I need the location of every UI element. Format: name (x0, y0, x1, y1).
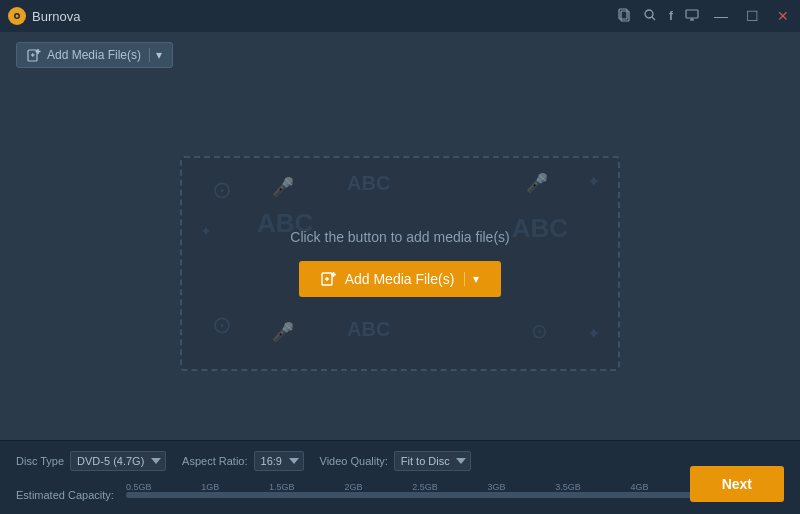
bg-abc-label-3: ABC (512, 213, 568, 244)
add-media-center-button[interactable]: Add Media File(s) ▾ (299, 261, 502, 297)
svg-line-6 (652, 17, 655, 20)
tick-4: 2.5GB (412, 482, 438, 492)
tick-6: 3.5GB (555, 482, 581, 492)
app-title: Burnova (32, 9, 80, 24)
bg-mic-icon: 🎤 (272, 176, 294, 198)
disc-type-select[interactable]: DVD-5 (4.7G) DVD-9 (8.5G) BD-25 (25G) BD… (70, 451, 166, 471)
title-bar-left: Burnova (8, 7, 80, 25)
tick-7: 4GB (631, 482, 649, 492)
bg-star-icon-2: ✦ (200, 223, 212, 239)
title-bar: Burnova f — ☐ (0, 0, 800, 32)
add-media-center-label: Add Media File(s) (345, 271, 455, 287)
bg-film-icon: ⊙ (212, 176, 232, 204)
capacity-ticks: 0.5GB 1GB 1.5GB 2GB 2.5GB 3GB 3.5GB 4GB … (126, 482, 724, 492)
aspect-ratio-group: Aspect Ratio: 16:9 4:3 (182, 451, 303, 471)
bottom-bar: Disc Type DVD-5 (4.7G) DVD-9 (8.5G) BD-2… (0, 440, 800, 514)
capacity-row: Estimated Capacity: 0.5GB 1GB 1.5GB 2GB … (16, 481, 784, 509)
drop-hint-text: Click the button to add media file(s) (290, 229, 509, 245)
close-button[interactable]: ✕ (774, 8, 792, 24)
title-bar-right: f — ☐ ✕ (617, 8, 792, 25)
bottom-controls: Disc Type DVD-5 (4.7G) DVD-9 (8.5G) BD-2… (16, 441, 784, 481)
bg-abc-label-4: ABC (347, 318, 390, 341)
add-media-toolbar-icon (27, 48, 41, 62)
disc-type-group: Disc Type DVD-5 (4.7G) DVD-9 (8.5G) BD-2… (16, 451, 166, 471)
facebook-icon[interactable]: f (669, 9, 673, 23)
tick-0: 0.5GB (126, 482, 152, 492)
bg-mic-icon-3: 🎤 (272, 321, 294, 343)
maximize-button[interactable]: ☐ (743, 8, 762, 24)
next-button[interactable]: Next (690, 466, 784, 502)
svg-rect-7 (686, 10, 698, 18)
drop-zone[interactable]: ⊙ 🎤 ABC 🎤 ✦ ✦ ABC ABC ⊙ 🎤 ABC ⊙ ✦ Click … (180, 156, 620, 371)
add-media-toolbar-label: Add Media File(s) (47, 48, 141, 62)
file-copy-icon[interactable] (617, 8, 631, 25)
bg-star-icon-3: ✦ (587, 324, 600, 343)
estimated-capacity-label: Estimated Capacity: (16, 489, 116, 501)
add-media-center-icon (321, 271, 337, 287)
video-quality-label: Video Quality: (320, 455, 388, 467)
app-logo (8, 7, 26, 25)
tick-2: 1.5GB (269, 482, 295, 492)
capacity-bar-track (126, 492, 724, 498)
video-quality-group: Video Quality: Fit to Disc High Medium L… (320, 451, 471, 471)
add-media-toolbar-button[interactable]: Add Media File(s) ▾ (16, 42, 173, 68)
video-quality-select[interactable]: Fit to Disc High Medium Low (394, 451, 471, 471)
bg-film-icon-3: ⊙ (531, 319, 548, 343)
svg-point-5 (645, 10, 653, 18)
disc-type-label: Disc Type (16, 455, 64, 467)
add-media-center-arrow: ▾ (464, 272, 479, 286)
capacity-bar-container: 0.5GB 1GB 1.5GB 2GB 2.5GB 3GB 3.5GB 4GB … (126, 492, 724, 498)
tick-5: 3GB (487, 482, 505, 492)
bg-abc-label-1: ABC (347, 172, 390, 195)
svg-point-2 (16, 15, 19, 18)
minimize-button[interactable]: — (711, 8, 731, 24)
add-media-toolbar-arrow: ▾ (149, 48, 162, 62)
bg-star-icon: ✦ (587, 172, 600, 191)
bg-film-icon-2: ⊙ (212, 311, 232, 339)
aspect-ratio-label: Aspect Ratio: (182, 455, 247, 467)
help-icon[interactable] (643, 8, 657, 25)
main-content: ⊙ 🎤 ABC 🎤 ✦ ✦ ABC ABC ⊙ 🎤 ABC ⊙ ✦ Click … (0, 78, 800, 448)
monitor-icon[interactable] (685, 8, 699, 24)
tick-1: 1GB (201, 482, 219, 492)
aspect-ratio-select[interactable]: 16:9 4:3 (254, 451, 304, 471)
tick-3: 2GB (344, 482, 362, 492)
bg-mic-icon-2: 🎤 (526, 172, 548, 194)
toolbar: Add Media File(s) ▾ (0, 32, 800, 78)
